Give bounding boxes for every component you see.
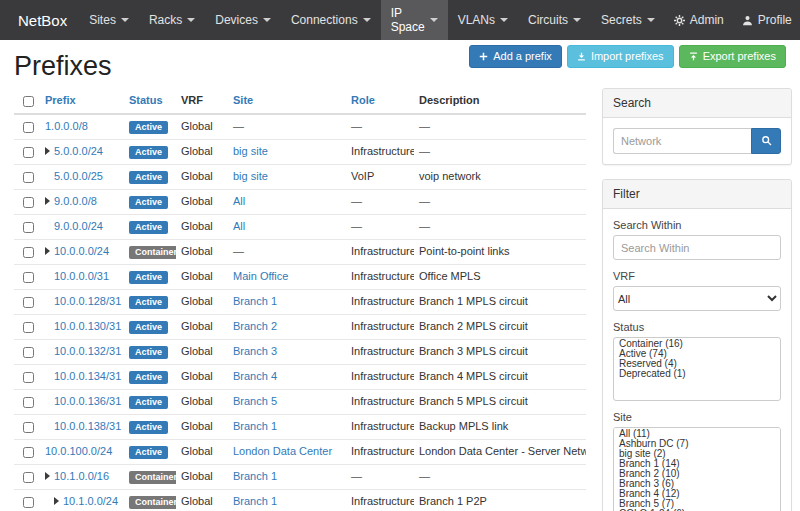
prefix-link[interactable]: 5.0.0.0/24 (54, 145, 103, 158)
filter-option[interactable]: big site (2) (614, 449, 780, 459)
prefix-link[interactable]: 1.0.0.0/8 (45, 120, 88, 133)
prefix-link[interactable]: 10.1.0.0/16 (54, 470, 109, 483)
prefix-link[interactable]: 9.0.0.0/8 (54, 195, 97, 208)
nav-item-circuits[interactable]: Circuits (518, 0, 591, 40)
nav-item-secrets[interactable]: Secrets (591, 0, 665, 40)
prefix-cell: 10.1.0.0/16 (40, 464, 124, 489)
row-checkbox[interactable] (23, 422, 34, 433)
site-link[interactable]: Branch 1 (233, 470, 277, 482)
nav-admin[interactable]: Admin (665, 0, 733, 40)
prefix-link[interactable]: 10.0.0.0/24 (54, 245, 109, 258)
prefix-link[interactable]: 10.0.100.0/24 (45, 445, 112, 458)
vrf-cell: Global (176, 289, 228, 314)
add-prefix-button[interactable]: Add a prefix (469, 45, 562, 68)
column-header-status[interactable]: Status (129, 94, 163, 106)
site-listbox[interactable]: All (11)Ashburn DC (7)big site (2)Branch… (613, 427, 781, 511)
prefix-link[interactable]: 10.0.0.128/31 (54, 295, 121, 308)
row-checkbox[interactable] (23, 447, 34, 458)
nav-item-devices[interactable]: Devices (205, 0, 281, 40)
status-badge: Active (129, 296, 168, 309)
prefix-link[interactable]: 10.0.0.138/31 (54, 420, 121, 433)
nav-item-ip-space[interactable]: IP Space (381, 0, 448, 40)
status-cell: Active (124, 314, 176, 339)
site-link[interactable]: big site (233, 145, 268, 157)
import-prefixes-button[interactable]: Import prefixes (567, 45, 674, 68)
nav-item-vlans[interactable]: VLANs (448, 0, 518, 40)
filter-option[interactable]: Container (16) (614, 339, 780, 349)
site-link[interactable]: All (233, 220, 245, 232)
column-header-site[interactable]: Site (233, 94, 253, 106)
site-link[interactable]: Branch 3 (233, 345, 277, 357)
table-header-row: Prefix Status VRF Site Role Description (14, 88, 586, 114)
filter-option[interactable]: Branch 1 (14) (614, 459, 780, 469)
filter-option[interactable]: Ashburn DC (7) (614, 439, 780, 449)
site-cell: Branch 1 (228, 414, 346, 439)
row-checkbox[interactable] (23, 272, 34, 283)
site-link[interactable]: Branch 1 (233, 420, 277, 432)
child-prefix-arrow-icon (45, 247, 50, 255)
row-checkbox[interactable] (23, 347, 34, 358)
row-checkbox[interactable] (23, 472, 34, 483)
filter-option[interactable]: Branch 2 (10) (614, 469, 780, 479)
vrf-cell: Global (176, 239, 228, 264)
site-link[interactable]: Branch 1 (233, 295, 277, 307)
row-checkbox[interactable] (23, 122, 34, 133)
site-cell: All (228, 214, 346, 239)
prefix-link[interactable]: 10.0.0.136/31 (54, 395, 121, 408)
row-checkbox[interactable] (23, 247, 34, 258)
column-header-role[interactable]: Role (351, 94, 375, 106)
column-header-prefix[interactable]: Prefix (45, 94, 76, 106)
site-link[interactable]: Branch 2 (233, 320, 277, 332)
vrf-select[interactable]: All (613, 286, 781, 311)
export-prefixes-button[interactable]: Export prefixes (679, 45, 786, 68)
nav-profile[interactable]: Profile (733, 0, 800, 40)
row-checkbox[interactable] (23, 397, 34, 408)
vrf-cell: Global (176, 464, 228, 489)
prefix-link[interactable]: 10.0.0.130/31 (54, 320, 121, 333)
status-listbox[interactable]: Container (16)Active (74)Reserved (4)Dep… (613, 337, 781, 401)
status-cell: Active (124, 189, 176, 214)
table-row: 1.0.0.0/8ActiveGlobal——— (14, 114, 586, 140)
nav-item-sites[interactable]: Sites (79, 0, 139, 40)
nav-item-connections[interactable]: Connections (281, 0, 381, 40)
filter-option[interactable]: Deprecated (1) (614, 369, 780, 379)
nav-item-racks[interactable]: Racks (139, 0, 205, 40)
row-checkbox[interactable] (23, 147, 34, 158)
row-checkbox[interactable] (23, 172, 34, 183)
prefix-link[interactable]: 5.0.0.0/25 (54, 170, 103, 183)
site-link[interactable]: Branch 5 (233, 395, 277, 407)
filter-option[interactable]: Branch 4 (12) (614, 489, 780, 499)
prefix-link[interactable]: 10.0.0.0/31 (54, 270, 109, 283)
row-checkbox[interactable] (23, 497, 34, 508)
site-link[interactable]: All (233, 195, 245, 207)
filter-option[interactable]: Active (74) (614, 349, 780, 359)
site-cell: Branch 2 (228, 314, 346, 339)
role-cell: Infrastructure (346, 439, 414, 464)
site-link[interactable]: London Data Center (233, 445, 332, 457)
search-within-input[interactable] (613, 235, 781, 260)
row-checkbox[interactable] (23, 297, 34, 308)
description-cell: Branch 4 MPLS circuit (414, 364, 586, 389)
site-link[interactable]: Branch 1 (233, 495, 277, 507)
filter-option[interactable]: Branch 3 (6) (614, 479, 780, 489)
brand-netbox[interactable]: NetBox (6, 0, 79, 40)
prefix-link[interactable]: 10.0.0.134/31 (54, 370, 121, 383)
filter-option[interactable]: Branch 5 (7) (614, 499, 780, 509)
row-checkbox[interactable] (23, 322, 34, 333)
row-checkbox[interactable] (23, 372, 34, 383)
site-link[interactable]: big site (233, 170, 268, 182)
status-badge: Container (129, 246, 176, 259)
search-input[interactable] (613, 128, 751, 154)
filter-option[interactable]: All (11) (614, 429, 780, 439)
prefix-link[interactable]: 9.0.0.0/24 (54, 220, 103, 233)
select-all-checkbox[interactable] (23, 96, 34, 107)
row-checkbox[interactable] (23, 197, 34, 208)
site-link[interactable]: Branch 4 (233, 370, 277, 382)
prefix-link[interactable]: 10.1.0.0/24 (63, 495, 118, 508)
site-link[interactable]: Main Office (233, 270, 288, 282)
search-button[interactable] (751, 128, 781, 154)
row-checkbox[interactable] (23, 222, 34, 233)
prefix-link[interactable]: 10.0.0.132/31 (54, 345, 121, 358)
filter-option[interactable]: Reserved (4) (614, 359, 780, 369)
description-cell: Office MPLS (414, 264, 586, 289)
